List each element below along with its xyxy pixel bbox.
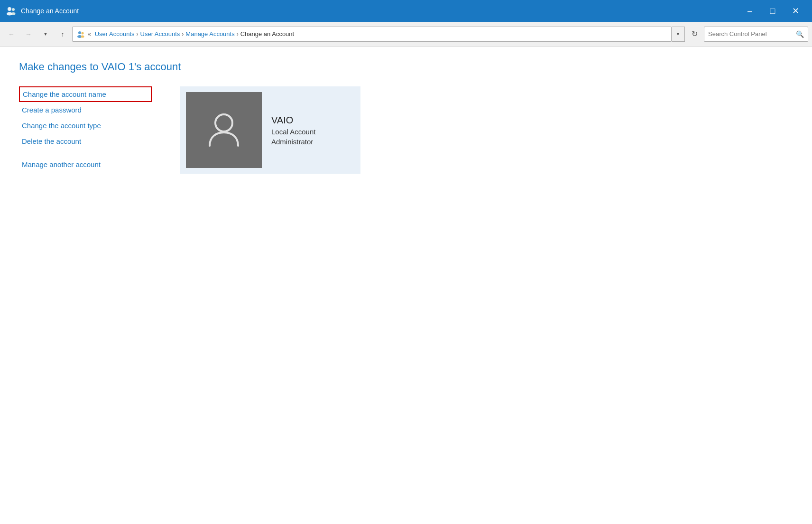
account-avatar [186,92,262,168]
title-bar-icon [6,6,16,16]
dropdown-button[interactable]: ▼ [38,27,53,42]
svg-point-0 [8,7,11,11]
create-password-link[interactable]: Create a password [19,102,152,118]
change-account-type-link[interactable]: Change the account type [19,118,152,133]
breadcrumb-part3[interactable]: Manage Accounts [185,30,234,37]
account-card: VAIO Local Account Administrator [180,86,360,174]
address-bar-icon [76,30,85,38]
svg-point-8 [215,114,232,131]
search-box[interactable]: 🔍 [704,27,808,42]
close-button[interactable]: ✕ [784,0,806,22]
search-input[interactable] [708,30,793,37]
svg-point-6 [82,32,84,34]
address-bar: ← → ▼ ↑ « User Accounts › User Accounts … [0,22,812,47]
change-account-name-link[interactable]: Change the account name [19,86,152,102]
title-bar: Change an Account – □ ✕ [0,0,812,22]
main-content: Make changes to VAIO 1's account Change … [0,47,812,524]
refresh-button[interactable]: ↻ [687,27,702,42]
breadcrumb-double-arrow: « [88,31,91,37]
minimize-button[interactable]: – [739,0,761,22]
manage-another-account-link[interactable]: Manage another account [19,157,152,172]
breadcrumb-part1[interactable]: User Accounts [95,30,135,37]
action-list: Change the account name Create a passwor… [19,86,152,172]
address-dropdown-button[interactable]: ▼ [672,27,685,42]
address-box[interactable]: « User Accounts › User Accounts › Manage… [72,27,672,42]
breadcrumb-sep3: › [237,31,239,37]
breadcrumb-sep1: › [137,31,138,37]
action-separator [19,149,152,157]
svg-point-2 [12,8,15,11]
content-layout: Change the account name Create a passwor… [19,86,793,174]
breadcrumb-sep2: › [182,31,184,37]
person-icon [203,109,245,151]
window-controls: – □ ✕ [739,0,806,22]
breadcrumb-part4: Change an Account [240,30,294,37]
svg-point-3 [11,12,16,15]
account-info: VAIO Local Account Administrator [271,115,315,146]
window-title: Change an Account [21,7,734,15]
svg-point-7 [81,35,84,37]
maximize-button[interactable]: □ [762,0,784,22]
page-title: Make changes to VAIO 1's account [19,61,793,73]
delete-account-link[interactable]: Delete the account [19,133,152,149]
breadcrumb-part2[interactable]: User Accounts [140,30,180,37]
account-type: Local Account [271,128,315,136]
up-button[interactable]: ↑ [55,27,70,42]
back-button[interactable]: ← [4,27,19,42]
svg-point-4 [78,31,81,34]
breadcrumb: User Accounts › User Accounts › Manage A… [95,30,295,37]
search-button[interactable]: 🔍 [796,30,804,38]
forward-button[interactable]: → [21,27,36,42]
account-name: VAIO [271,115,315,126]
account-role: Administrator [271,138,315,146]
